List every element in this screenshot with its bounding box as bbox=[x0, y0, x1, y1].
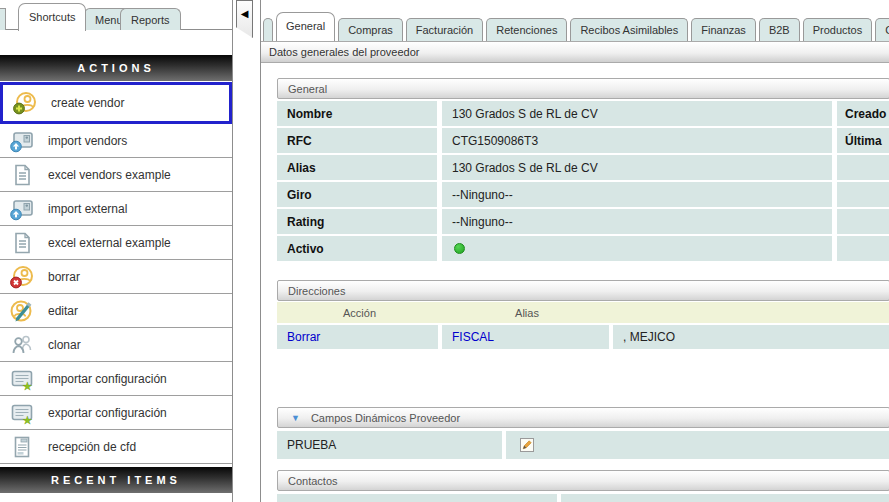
tab-facturacion[interactable]: Facturación bbox=[406, 18, 483, 41]
item-label: recepción de cfd bbox=[48, 440, 136, 454]
field-label bbox=[837, 209, 889, 234]
direcciones-header-row: Acción Alias bbox=[277, 302, 889, 323]
field-label: Activo bbox=[277, 236, 437, 261]
person-delete-icon bbox=[8, 264, 35, 289]
sidebar-item-exportar-configuracion[interactable]: ★ exportar configuración bbox=[0, 396, 232, 430]
field-value: --Ninguno-- bbox=[442, 182, 832, 207]
sidebar: Shortcuts Menu Reports ACTIONS create ve… bbox=[0, 0, 233, 502]
tab-recibos-asimilables[interactable]: Recibos Asimilables bbox=[570, 18, 688, 41]
sidebar-item-excel-vendors-example[interactable]: excel vendors example bbox=[0, 158, 232, 192]
active-status-indicator bbox=[454, 243, 465, 254]
column-header-alias: Alias bbox=[442, 302, 612, 323]
item-label: exportar configuración bbox=[48, 406, 167, 420]
table-row: Giro --Ninguno-- bbox=[277, 182, 889, 207]
tab-retenciones[interactable]: Retenciones bbox=[486, 18, 567, 41]
invoice-icon bbox=[8, 434, 35, 459]
field-label: Alias bbox=[277, 155, 437, 180]
sidebar-item-recepcion-de-cfd[interactable]: recepción de cfd bbox=[0, 430, 232, 464]
general-section-header: General bbox=[277, 78, 889, 99]
sidebar-item-excel-external-example[interactable]: excel external example bbox=[0, 226, 232, 260]
cell bbox=[277, 494, 557, 502]
field-label: Última bbox=[837, 128, 889, 153]
actions-list: create vendor import vendors bbox=[0, 82, 232, 464]
field-value: 130 Grados S de RL de CV bbox=[442, 155, 832, 180]
sidebar-item-create-vendor[interactable]: create vendor bbox=[0, 82, 232, 124]
import-icon bbox=[8, 128, 35, 153]
document-icon bbox=[8, 230, 35, 255]
sidebar-item-borrar[interactable]: borrar bbox=[0, 260, 232, 294]
import-icon bbox=[8, 196, 35, 221]
item-label: excel external example bbox=[48, 236, 171, 250]
campos-dinamicos-section-header: ▼ Campos Dinámicos Proveedor bbox=[277, 407, 889, 428]
borrar-link[interactable]: Borrar bbox=[287, 330, 320, 344]
fiscal-link[interactable]: FISCAL bbox=[452, 330, 494, 344]
tab-general[interactable]: General bbox=[276, 12, 335, 41]
table-row: Nombre 130 Grados S de RL de CV Creado bbox=[277, 101, 889, 126]
partial-tab[interactable] bbox=[0, 8, 6, 30]
edit-pencil-icon[interactable] bbox=[520, 438, 534, 452]
column-header-accion: Acción bbox=[277, 302, 442, 323]
field-value: CTG1509086T3 bbox=[442, 128, 832, 153]
accion-cell: Borrar bbox=[277, 325, 438, 349]
panel-subtitle: Datos generales del proveedor bbox=[261, 41, 889, 63]
sidebar-item-importar-configuracion[interactable]: ★ importar configuración bbox=[0, 362, 232, 396]
collapse-arrow-icon: ◀ bbox=[241, 1, 249, 37]
sidebar-item-import-vendors[interactable]: import vendors bbox=[0, 124, 232, 158]
field-label bbox=[837, 236, 889, 261]
field-label: Nombre bbox=[277, 101, 437, 126]
vendor-tab-strip: General Compras Facturación Retenciones … bbox=[263, 12, 889, 41]
vendor-detail-panel: General Compras Facturación Retenciones … bbox=[260, 0, 889, 502]
item-label: borrar bbox=[48, 270, 80, 284]
svg-text:★: ★ bbox=[22, 380, 32, 391]
field-label: Creado bbox=[837, 101, 889, 126]
campo-label: PRUEBA bbox=[277, 431, 502, 459]
field-value: 130 Grados S de RL de CV bbox=[442, 101, 832, 126]
cell bbox=[561, 494, 889, 502]
sidebar-tab-strip: Shortcuts Menu Reports bbox=[0, 0, 232, 30]
sidebar-item-import-external[interactable]: import external bbox=[0, 192, 232, 226]
alias-cell: FISCAL bbox=[442, 325, 609, 349]
column-header-empty bbox=[612, 302, 889, 323]
tab-shortcuts[interactable]: Shortcuts bbox=[18, 3, 86, 31]
general-table: Nombre 130 Grados S de RL de CV Creado R… bbox=[277, 101, 889, 261]
config-star-icon: ★ bbox=[8, 400, 35, 425]
tab-finanzas[interactable]: Finanzas bbox=[691, 18, 756, 41]
field-label bbox=[837, 155, 889, 180]
panel-content: General Nombre 130 Grados S de RL de CV … bbox=[277, 63, 889, 502]
actions-header: ACTIONS bbox=[0, 55, 232, 81]
table-row: Rating --Ninguno-- bbox=[277, 209, 889, 234]
field-label bbox=[837, 182, 889, 207]
tab-productos[interactable]: Productos bbox=[803, 18, 873, 41]
field-value: --Ninguno-- bbox=[442, 209, 832, 234]
sidebar-item-clonar[interactable]: clonar bbox=[0, 328, 232, 362]
tab-contabilidad[interactable]: Contabilidad bbox=[875, 18, 889, 41]
section-title: Campos Dinámicos Proveedor bbox=[311, 408, 460, 428]
field-label: Rating bbox=[277, 209, 437, 234]
table-row: Activo bbox=[277, 236, 889, 261]
table-row bbox=[277, 494, 889, 502]
sidebar-collapse-handle[interactable]: ◀ bbox=[236, 0, 253, 38]
contactos-section-header: Contactos bbox=[277, 470, 889, 491]
field-label: RFC bbox=[277, 128, 437, 153]
sidebar-item-editar[interactable]: editar bbox=[0, 294, 232, 328]
person-add-icon bbox=[11, 91, 38, 116]
item-label: importar configuración bbox=[48, 372, 167, 386]
tab-compras[interactable]: Compras bbox=[338, 18, 403, 41]
tab-b2b[interactable]: B2B bbox=[759, 18, 800, 41]
campo-value-cell bbox=[506, 431, 889, 459]
direccion-cell: , MEJICO bbox=[613, 325, 889, 349]
field-value bbox=[442, 236, 832, 261]
collapse-triangle-icon[interactable]: ▼ bbox=[291, 408, 300, 428]
table-row: Borrar FISCAL , MEJICO bbox=[277, 325, 889, 349]
table-row: RFC CTG1509086T3 Última bbox=[277, 128, 889, 153]
item-label: excel vendors example bbox=[48, 168, 171, 182]
item-label: create vendor bbox=[51, 96, 124, 110]
direcciones-section-header: Direcciones bbox=[277, 280, 889, 301]
tab-reports[interactable]: Reports bbox=[120, 8, 181, 30]
table-row: PRUEBA bbox=[277, 431, 889, 459]
partial-tab[interactable] bbox=[263, 18, 273, 41]
field-label: Giro bbox=[277, 182, 437, 207]
item-label: import external bbox=[48, 202, 127, 216]
app-window: Shortcuts Menu Reports ACTIONS create ve… bbox=[0, 0, 889, 502]
clone-persons-icon bbox=[8, 332, 35, 357]
